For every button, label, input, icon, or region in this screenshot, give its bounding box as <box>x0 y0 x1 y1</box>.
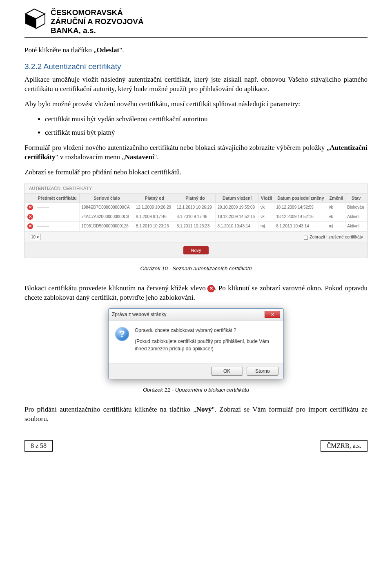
paragraph-2: Aby bylo možné provést vložení nového ce… <box>24 100 368 109</box>
cell-chgby: mj <box>327 221 345 231</box>
col-status: Stav <box>345 193 367 203</box>
logo-icon <box>24 8 47 30</box>
table-row: ✕———1E981DD50000000001288.1.2010 10:23:2… <box>25 221 367 231</box>
col-inserted-by: Vložil <box>258 193 274 203</box>
cell-serial: 1984ED7C0000000000CA <box>80 203 134 212</box>
col-changed-by: Změnil <box>327 193 345 203</box>
cell-inserted: 18.12.2009 14:52:16 <box>216 212 259 221</box>
table-row: ✕———1984ED7C0000000000CA12.1.2009 10:26:… <box>25 203 367 212</box>
cell-by: vk <box>258 203 274 212</box>
cell-chgby: vk <box>327 203 345 212</box>
confirm-dialog: Zpráva z webové stránky ✕ ? Opravdu chce… <box>108 308 284 379</box>
certificates-panel: AUTENTIZAČNÍ CERTIFIKÁTY Předmět certifi… <box>24 183 368 258</box>
page-number: 8 z 58 <box>24 440 53 452</box>
cell-chgby: vk <box>327 212 345 221</box>
cell-inserted: 8.1.2010 10:43:14 <box>216 221 259 231</box>
delete-row-icon[interactable]: ✕ <box>27 205 33 210</box>
paragraph-6: Pro přidání autentizačního certifikátu k… <box>24 405 368 424</box>
figure-caption-11: Obrázek 11 - Upozornění o blokaci certif… <box>24 387 368 393</box>
page-footer: 8 z 58 ČMZRB, a.s. <box>24 440 368 452</box>
figure-caption-10: Obrázek 10 - Seznam autentizačních certi… <box>24 265 368 272</box>
cell-changed: 18.12.2009 14:52:59 <box>274 203 327 212</box>
cell-serial: 1E981DD5000000000128 <box>80 221 134 231</box>
list-item: certifikát musí být platný <box>45 128 368 138</box>
question-icon: ? <box>115 327 129 341</box>
paragraph-4: Zobrazí se formulář pro přidání nebo blo… <box>24 168 368 177</box>
delete-row-icon[interactable]: ✕ <box>27 223 33 229</box>
dialog-close-button[interactable]: ✕ <box>265 311 280 318</box>
dialog-cancel-button[interactable]: Storno <box>247 367 278 376</box>
new-button[interactable]: Nový <box>183 246 208 254</box>
section-heading: 3.2.2 Autentizační certifikáty <box>24 62 368 71</box>
cell-from: 12.1.2009 10:26:29 <box>134 203 175 212</box>
cell-to: 12.1.2010 10:26:29 <box>175 203 216 212</box>
company-name: ČESKOMORAVSKÁ ZÁRUČNÍ A ROZVOJOVÁ BANKA,… <box>51 8 144 35</box>
cell-serial: 74AC7A620000000000C8 <box>80 212 134 221</box>
requirements-list: certifikát musí být vydán schválenou cer… <box>24 115 368 138</box>
cell-from: 8.1.2009 9:17:46 <box>134 212 175 221</box>
cell-to: 8.1.2011 10:23:23 <box>175 221 216 231</box>
table-header-row: Předmět certifikátu Seriové číslo Platný… <box>25 193 367 203</box>
paragraph-1: Aplikace umožňuje vložit následný autent… <box>24 75 368 94</box>
cell-changed: 18.12.2009 14:52:16 <box>274 212 327 221</box>
dialog-text: Opravdu chcete zablokovat vybraný certif… <box>135 327 277 356</box>
footer-company: ČMZRB, a.s. <box>321 440 368 452</box>
header-divider <box>24 37 368 38</box>
paragraph-3: Formulář pro vložení nového autentizační… <box>24 143 368 162</box>
cell-status: Aktivní <box>345 212 367 221</box>
col-subject: Předmět certifikátu <box>35 193 80 203</box>
panel-title: AUTENTIZAČNÍ CERTIFIKÁTY <box>25 183 367 193</box>
instruction-send: Poté klikněte na tlačítko „Odeslat". <box>24 46 368 55</box>
cell-subject: ——— <box>35 203 80 212</box>
col-valid-from: Platný od <box>134 193 175 203</box>
dialog-title: Zpráva z webové stránky <box>112 312 166 317</box>
cell-subject: ——— <box>35 221 80 231</box>
dialog-ok-button[interactable]: OK <box>211 367 243 376</box>
cell-by: mj <box>258 221 274 231</box>
col-action <box>25 193 35 203</box>
table-row: ✕———74AC7A620000000000C88.1.2009 9:17:46… <box>25 212 367 221</box>
cell-status: Aktivní <box>345 221 367 231</box>
show-cancelled-toggle[interactable]: Zobrazit i zrušené certifikáty <box>304 234 363 239</box>
cell-status: Blokován <box>345 203 367 212</box>
delete-icon: ✕ <box>208 285 214 292</box>
cell-inserted: 29.10.2009 19:55:09 <box>216 203 259 212</box>
paragraph-5: Blokaci certifikátu provedete kliknutím … <box>24 284 368 303</box>
cell-by: vk <box>258 212 274 221</box>
col-inserted: Datum vložení <box>216 193 259 203</box>
certificates-table: Předmět certifikátu Seriové číslo Platný… <box>25 193 367 231</box>
list-item: certifikát musí být vydán schválenou cer… <box>45 115 368 124</box>
col-serial: Seriové číslo <box>80 193 134 203</box>
col-valid-to: Platný do <box>175 193 216 203</box>
delete-row-icon[interactable]: ✕ <box>27 214 33 220</box>
cell-changed: 8.1.2010 10:43:14 <box>274 221 327 231</box>
col-changed: Datum poslední změny <box>274 193 327 203</box>
page-size-select[interactable]: 10 ▾ <box>29 234 41 240</box>
cell-subject: ——— <box>35 212 80 221</box>
company-header: ČESKOMORAVSKÁ ZÁRUČNÍ A ROZVOJOVÁ BANKA,… <box>24 8 368 35</box>
cell-to: 8.1.2010 9:17:46 <box>175 212 216 221</box>
cell-from: 8.1.2010 10:23:23 <box>134 221 175 231</box>
